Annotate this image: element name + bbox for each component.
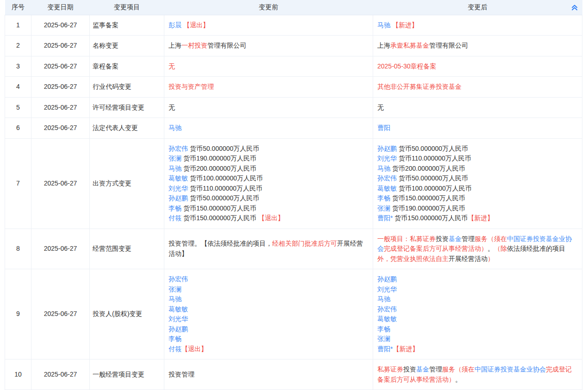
entity-link[interactable]: 马驰 <box>169 295 181 303</box>
entity-link[interactable]: 付筱 <box>169 214 181 222</box>
table-header: 序号 变更日期 变更项目 变更前 变更后 <box>5 0 582 15</box>
row-number-cell: 3 <box>5 56 31 77</box>
entity-link[interactable]: 孙赵鹏 <box>169 194 188 202</box>
entity-link[interactable]: 李畅 <box>377 194 390 202</box>
before-line: 投资管理 <box>169 370 367 380</box>
entity-link[interactable]: 马驰 <box>377 295 390 303</box>
row-number-cell: 6 <box>5 118 31 139</box>
table-row: 102025-06-27一般经营项目变更投资管理私募证券投资基金管理服务（须在中… <box>5 359 582 390</box>
entity-link[interactable]: 张澜 <box>377 204 390 212</box>
entity-link[interactable]: 孙宏伟 <box>169 275 188 283</box>
entity-link[interactable]: 马驰 <box>169 124 181 131</box>
change-item-cell: 许可经营项目变更 <box>90 97 164 118</box>
before-line: 刘光华 货币110.000000万人民币 <box>169 184 367 194</box>
entity-link[interactable]: 中国证券投资基金业协会 <box>475 365 546 373</box>
entity-link[interactable]: 刘光华 <box>169 315 188 322</box>
change-item-cell: 监事备案 <box>90 15 164 36</box>
row-number-cell: 7 <box>5 138 31 229</box>
text-segment: 货币110.000000万人民币 <box>397 155 471 162</box>
text-segment: 【新进】 <box>392 21 418 29</box>
header-cell-date: 变更日期 <box>31 0 90 15</box>
header-cell-after: 变更后 <box>373 0 582 15</box>
text-segment: 货币200.000000万人民币 <box>390 165 465 172</box>
text-segment: 一村投资 <box>181 42 207 49</box>
entity-link[interactable]: 基金 <box>449 235 462 242</box>
before-line: 葛敏敏 货币100.000000万人民币 <box>169 173 367 184</box>
double-chevron-up-icon[interactable] <box>571 4 578 11</box>
table-row: 62025-06-27法定代表人变更马驰曹阳 <box>5 118 582 139</box>
before-cell: 投资管理 <box>164 359 373 390</box>
after-line: 孙宏伟 货币50.000000万人民币 <box>377 173 576 184</box>
before-line: 上海一村投资管理有限公司 <box>169 41 367 51</box>
entity-link[interactable]: 孙宏伟 <box>377 174 397 182</box>
text-segment: 完成登记备案后方可从事经营活动） <box>384 245 488 252</box>
before-cell: 孙宏伟张澜马驰葛敏敏刘光华孙赵鹏李畅付筱【退出】 <box>164 269 373 359</box>
after-line: 无 <box>377 103 576 113</box>
change-date-cell: 2025-06-27 <box>31 269 90 359</box>
entity-link[interactable]: 孙赵鹏 <box>377 145 397 152</box>
entity-link[interactable]: 彭晨 <box>169 21 183 29</box>
header-cell-before: 变更前 <box>164 0 373 15</box>
text-segment: 投资与资产管理 <box>169 83 214 90</box>
entity-link[interactable]: 李畅 <box>377 325 390 333</box>
before-line: 投资与资产管理 <box>169 82 367 92</box>
after-cell: 无 <box>373 97 582 118</box>
after-line: 马驰 货币200.000000万人民币 <box>377 164 576 174</box>
entity-link[interactable]: 刘光华 <box>377 155 397 162</box>
after-line: 张澜 货币190.000000万人民币 <box>377 204 576 214</box>
text-segment: 货币150.000000万人民币 <box>390 194 465 202</box>
text-segment: 货币190.000000万人民币 <box>181 155 256 162</box>
entity-link[interactable]: 刘光华 <box>377 285 397 293</box>
entity-link[interactable]: 葛敏敏 <box>377 185 397 192</box>
entity-link[interactable]: 张澜 <box>169 155 181 162</box>
before-line: 李畅 <box>169 334 367 344</box>
text-segment: 经相关部门批准后方可 <box>272 240 337 247</box>
entity-link[interactable]: 曹阳 <box>377 124 390 131</box>
entity-link[interactable]: 葛敏敏 <box>377 315 397 322</box>
entity-link[interactable]: 孙赵鹏 <box>377 275 397 283</box>
text-segment: 。 <box>488 245 494 252</box>
entity-link[interactable]: 葛敏敏 <box>169 174 188 182</box>
row-number-cell: 2 <box>5 36 31 56</box>
change-item-cell: 投资人(股权)变更 <box>90 269 164 359</box>
entity-link[interactable]: 刘光华 <box>169 185 188 192</box>
before-cell: 投资与资产管理 <box>164 77 373 98</box>
entity-link[interactable]: 葛敏敏 <box>169 305 188 313</box>
entity-link[interactable]: 曹阳* <box>377 214 393 222</box>
before-cell: 无 <box>164 56 373 77</box>
before-line: 李畅 货币150.000000万人民币 <box>169 204 367 214</box>
entity-link[interactable]: 马驰 <box>169 165 181 172</box>
text-segment: 上海 <box>169 42 181 49</box>
after-line: 孙赵鹏 货币50.000000万人民币 <box>377 144 576 154</box>
text-segment: 货币150.000000万人民币 <box>393 214 468 222</box>
row-number-cell: 1 <box>5 15 31 36</box>
before-line: 孙赵鹏 货币50.000000万人民币 <box>169 193 367 204</box>
text-segment: 服务（须在 <box>442 365 475 373</box>
entity-link[interactable]: 孙赵鹏 <box>169 325 188 333</box>
entity-link[interactable]: 基金 <box>416 365 429 373</box>
entity-link[interactable]: 孙宏伟 <box>169 145 188 152</box>
after-line: 上海承壹私募基金管理有限公司 <box>377 41 576 51</box>
table-row: 12025-06-27监事备案彭晨 【退出】马驰 【新进】 <box>5 15 582 36</box>
after-cell: 2025-05-30章程备案 <box>373 56 582 77</box>
change-item-cell: 经营范围变更 <box>90 229 164 269</box>
before-line: 无 <box>169 103 367 113</box>
change-date-cell: 2025-06-27 <box>31 77 90 98</box>
change-date-cell: 2025-06-27 <box>31 56 90 77</box>
entity-link[interactable]: 张澜 <box>169 285 181 293</box>
after-cell: 曹阳 <box>373 118 582 139</box>
before-line: 马驰 货币200.000000万人民币 <box>169 164 367 174</box>
after-cell: 马驰 【新进】 <box>373 15 582 36</box>
table-row: 72025-06-27出资方式变更孙宏伟 货币50.000000万人民币张澜 货… <box>5 138 582 229</box>
entity-link[interactable]: 李畅 <box>169 335 181 342</box>
table-body: 12025-06-27监事备案彭晨 【退出】马驰 【新进】22025-06-27… <box>5 15 582 390</box>
entity-link[interactable]: 李畅 <box>169 204 181 212</box>
entity-link[interactable]: 曹阳* <box>377 345 393 353</box>
entity-link[interactable]: 马驰 <box>377 21 392 29</box>
entity-link[interactable]: 孙宏伟 <box>377 305 397 313</box>
entity-link[interactable]: 马驰 <box>377 165 390 172</box>
header-row: 序号 变更日期 变更项目 变更前 变更后 <box>5 0 582 15</box>
entity-link[interactable]: 张澜 <box>377 335 390 342</box>
change-item-cell: 一般经营项目变更 <box>90 359 164 390</box>
entity-link[interactable]: 付筱 <box>169 345 181 353</box>
